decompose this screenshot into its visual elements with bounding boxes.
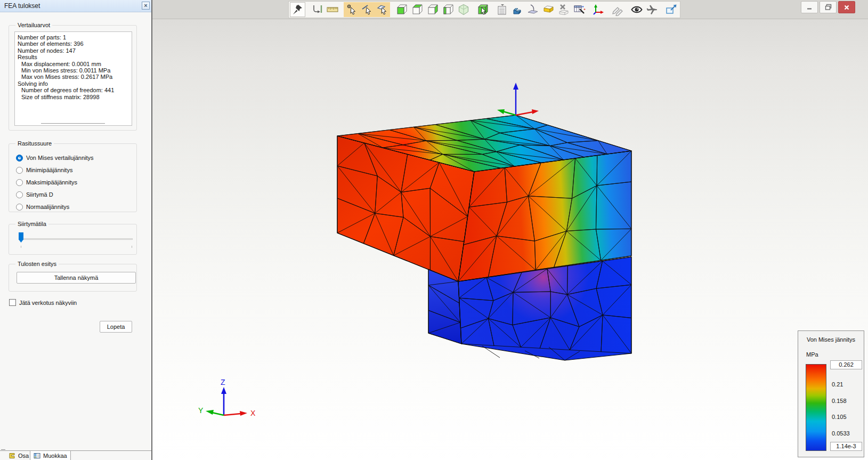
legend-unit: MPa [806,351,818,358]
stress-option-3[interactable]: Maksimipääjännitys [16,178,77,187]
results-line: Size of stiffness matrix: 28998 [18,94,132,100]
restore-button[interactable] [820,1,837,13]
keep-mesh-label: Jätä verkotus näkyviin [19,300,77,306]
select-vertex-button[interactable] [344,2,359,17]
radio-icon[interactable] [16,179,23,186]
panel-title: FEA tulokset [4,2,40,10]
legend-min-input[interactable]: 1.14e-3 [830,442,862,451]
legend-colorbar [806,364,826,451]
sketch-pencils-button[interactable] [610,2,625,17]
select-edge-button[interactable] [359,2,375,17]
tab-muokkaa[interactable]: Muokkaa [30,450,71,460]
legend-tick-label: 0.158 [832,398,847,404]
output-groupbox: Tulosten esitys Tallenna näkymä [9,264,137,292]
sheet-plane-button[interactable] [525,2,540,17]
view-top-icon [411,3,424,16]
stress-group-label: Rasitussuure [15,140,54,147]
results-groupbox: Vertailuarvot Number of parts: 1Number o… [9,25,137,131]
view-right-button[interactable] [425,2,440,17]
coordinate-system-button[interactable] [590,2,606,17]
tab-muokkaa-label: Muokkaa [43,453,67,459]
results-line: Results [18,54,132,60]
displacement-groupbox: Siirtymätila [9,224,137,255]
restore-icon [825,4,832,11]
results-line: Solving info [18,80,132,87]
radio-label: Minimipääjännitys [26,167,72,173]
select-edge-icon [361,3,374,16]
stress-type-groupbox: Rasitussuure Von Mises vertailujännitysM… [9,143,137,212]
pin-button[interactable] [290,2,305,17]
ruler-button[interactable] [325,2,340,17]
panel-titlebar: FEA tulokset × [0,0,151,12]
fea-results-panel: FEA tulokset × Vertailuarvot Number of p… [0,0,151,460]
delete-face-icon [557,3,570,16]
results-group-label: Vertailuarvot [15,22,52,28]
edit-icon [34,453,40,459]
slider-tick [132,246,132,248]
radio-icon[interactable] [16,155,23,162]
stress-option-5[interactable]: Normaalijännitys [16,203,69,211]
fea-model-canvas[interactable]: Z Y X [152,19,868,460]
minimize-icon [806,4,813,11]
stress-option-4[interactable]: Siirtymä D [16,190,53,199]
results-line: Number of elements: 396 [18,41,132,47]
results-text-box: Number of parts: 1Number of elements: 39… [14,31,132,126]
keep-mesh-visible-row[interactable]: Jätä verkotus näkyviin [9,299,77,306]
ruler-icon [326,3,339,16]
toolbar-strip [288,1,680,18]
delete-face-button[interactable] [556,2,571,17]
radio-icon[interactable] [16,191,23,198]
select-body-icon [476,3,489,16]
stress-option-2[interactable]: Minimipääjännitys [16,166,72,174]
visibility-eye-button[interactable] [629,2,644,17]
radio-label: Normaalijännitys [26,204,69,210]
feature-list-button[interactable] [494,2,509,17]
part-icon [9,453,15,459]
section-box-button[interactable] [540,2,556,17]
view-left-button[interactable] [440,2,456,17]
select-body-button[interactable] [475,2,490,17]
radio-label: Maksimipääjännitys [26,179,77,185]
visibility-eye-icon [630,3,643,16]
model-viewport[interactable]: Z Y X Von Mises jännitys MPa 0.262 0.210… [152,19,868,460]
sketch-pencils-icon [611,3,624,16]
displacement-slider-track[interactable] [20,238,133,240]
legend-tick-label: 0.105 [832,414,847,420]
tab-osa-label: Osa [18,453,29,459]
quit-button[interactable]: Lopeta [100,321,132,333]
save-view-button[interactable]: Tallenna näkymä [17,272,136,284]
measure-distance-icon [311,3,323,16]
view-front-button[interactable] [394,2,409,17]
main-toolbar [152,0,868,19]
displacement-slider-thumb[interactable] [19,232,23,243]
extrude-block-button[interactable] [509,2,525,17]
results-line: Number of nodes: 147 [18,47,132,54]
view-isometric-button[interactable] [456,2,471,17]
close-window-button[interactable] [838,1,855,13]
fly-through-button[interactable] [644,2,660,17]
results-line: Number of parts: 1 [18,34,132,41]
measure-distance-button[interactable] [309,2,325,17]
feature-list-icon [496,3,508,16]
stress-option-1[interactable]: Von Mises vertailujännitys [16,154,94,162]
keep-mesh-checkbox[interactable] [9,299,16,306]
view-top-button[interactable] [409,2,425,17]
radio-icon[interactable] [16,167,23,174]
select-face-button[interactable] [375,2,390,17]
minimize-button[interactable] [801,1,818,13]
section-box-icon [542,3,555,16]
tab-osa[interactable]: Osa [5,451,33,460]
legend-tick-label: 0.21 [832,381,843,388]
output-group-label: Tulosten esitys [15,261,59,267]
close-icon[interactable]: × [142,2,150,10]
fly-through-icon [646,3,659,16]
view-right-icon [426,3,439,16]
extrude-block-icon [511,3,524,16]
results-resize-handle[interactable] [41,123,105,124]
radio-label: Von Mises vertailujännitys [26,155,94,161]
radio-icon[interactable] [16,204,23,211]
export-view-button[interactable] [663,2,679,17]
results-line: Min von Mises stress: 0.0011 MPa [18,67,132,74]
legend-max-input[interactable]: 0.262 [830,360,862,369]
table-edit-button[interactable] [571,2,587,17]
